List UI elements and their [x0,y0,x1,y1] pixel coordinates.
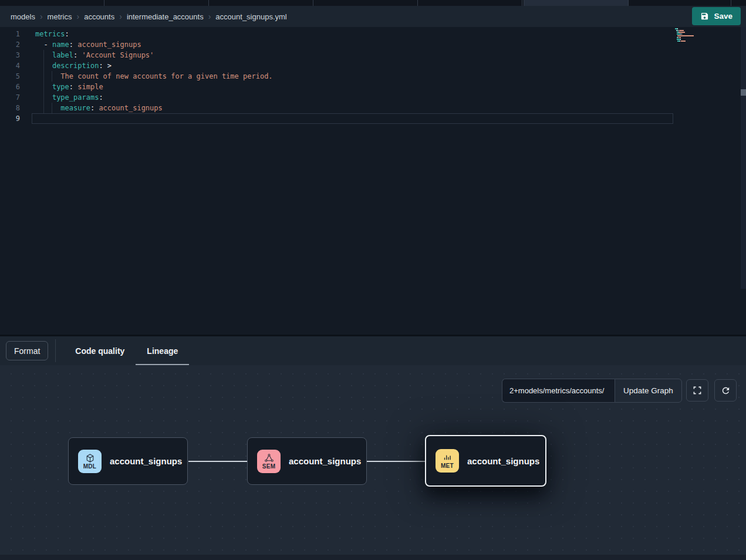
mdl-badge: MDL [78,450,102,473]
code-line[interactable]: - name: account_signups [32,39,673,50]
line-number: 9 [0,113,20,124]
line-number: 2 [0,39,20,50]
floppy-disk-icon [700,12,709,21]
chevron-right-icon: › [76,12,79,21]
lineage-bottom-strip [0,555,746,560]
code-line[interactable]: label: 'Account Signups' [32,50,673,60]
sem-badge: SEM [257,450,281,473]
breadcrumb-item[interactable]: metrics [48,12,72,21]
cube-icon [85,453,95,463]
line-number: 1 [0,29,20,39]
editor-gutter: 123456789 [0,29,20,124]
tabbar-divider [55,339,56,362]
chevron-right-icon: › [208,12,211,21]
lineage-node-sem[interactable]: SEMaccount_signups [247,437,367,485]
editor-code[interactable]: metrics: - name: account_signups label: … [32,29,673,124]
code-line[interactable]: metrics: [32,29,673,39]
bottom-panel-tabbar: Format Code qualityLineage [0,336,746,365]
bar-chart-icon [443,453,453,463]
lineage-edge [367,461,425,462]
badge-label: MDL [83,463,97,470]
code-line[interactable]: The count of new accounts for a given ti… [32,71,673,82]
code-line[interactable]: type: simple [32,82,673,92]
editor-tab-strip[interactable] [0,0,746,6]
code-line[interactable]: measure: account_signups [32,103,673,113]
save-button-label: Save [714,12,733,21]
badge-label: SEM [262,463,276,470]
breadcrumb: models›metrics›accounts›intermediate_acc… [11,12,287,21]
tab-code-quality[interactable]: Code quality [64,336,136,365]
line-number: 7 [0,92,20,103]
lineage-selector-input[interactable] [502,379,615,403]
save-button[interactable]: Save [692,7,741,25]
breadcrumb-item[interactable]: accounts [84,12,114,21]
line-number: 6 [0,82,20,92]
refresh-icon [721,386,731,396]
lineage-edge [188,461,247,462]
panel-tabs: Code qualityLineage [64,336,189,365]
tab-stub-active[interactable] [524,0,629,6]
code-line[interactable]: description: > [32,60,673,71]
breadcrumb-item[interactable]: models [11,12,35,21]
minimap[interactable] [675,28,711,44]
lineage-node-met[interactable]: METaccount_signups [425,435,546,487]
code-line[interactable]: type_params: [32,92,673,103]
share-nodes-icon [264,453,274,463]
line-number: 3 [0,50,20,60]
badge-label: MET [441,463,454,469]
fullscreen-icon [693,386,702,395]
code-line[interactable] [32,113,673,124]
breadcrumb-item[interactable]: account_signups.yml [215,12,286,21]
lineage-selector-group: Update Graph [502,379,682,403]
node-label: account_signups [467,456,539,466]
line-number: 5 [0,71,20,82]
fullscreen-button[interactable] [686,379,708,402]
node-label: account_signups [289,456,361,466]
chevron-right-icon: › [40,12,43,21]
breadcrumb-bar: models›metrics›accounts›intermediate_acc… [0,6,746,27]
lineage-panel: Update Graph MDLaccount_signupsSEMaccoun… [0,365,746,560]
format-button[interactable]: Format [6,341,48,360]
code-editor[interactable]: 123456789 metrics: - name: account_signu… [0,27,746,335]
editor-scrollbar[interactable] [741,27,746,289]
lineage-node-mdl[interactable]: MDLaccount_signups [68,437,188,485]
line-number: 4 [0,60,20,71]
update-graph-button[interactable]: Update Graph [615,379,682,403]
chevron-right-icon: › [119,12,122,21]
met-badge: MET [436,449,459,473]
line-number: 8 [0,103,20,113]
refresh-button[interactable] [714,379,737,402]
breadcrumb-item[interactable]: intermediate_accounts [127,12,204,21]
tab-lineage[interactable]: Lineage [136,336,189,365]
scrollbar-thumb[interactable] [741,89,746,96]
node-label: account_signups [110,456,182,466]
